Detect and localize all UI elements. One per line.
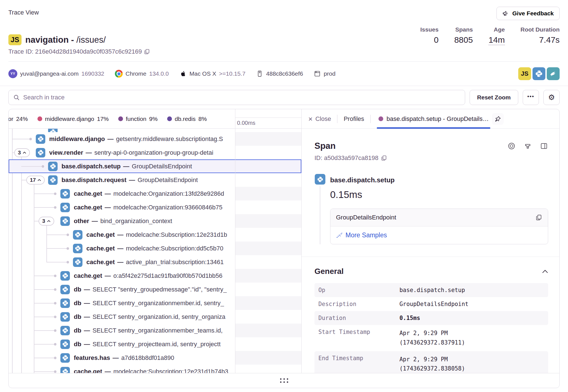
search-icon — [13, 94, 20, 101]
samples-scatter-icon — [336, 232, 343, 239]
span-tree-rows: middleware.django—getsentry.middleware.s… — [9, 129, 301, 373]
trace-toolbar: Reset Zoom ••• ⚙ — [0, 86, 568, 105]
stat-issues: Issues 0 — [420, 26, 439, 45]
collapse-chip[interactable]: 3 — [39, 217, 54, 226]
span-detail-body: Span — [302, 129, 559, 373]
reset-zoom-button[interactable]: Reset Zoom — [470, 90, 518, 105]
tab-span-detail[interactable]: base.dispatch.setup - GroupDetails… — [377, 109, 506, 128]
span-row-features-has[interactable]: features.has—a7d618b8df01a890 — [9, 351, 301, 365]
span-row-cache-get[interactable]: cache.get—o:a5f42e275d1ac91fba90f0b570d1… — [9, 269, 301, 283]
span-detail-panel: × Close Profiles base.dispatch.setup - G… — [301, 109, 559, 373]
span-id: ID: a50d33a597ca8198 — [314, 154, 378, 162]
platform-badges: JS — [518, 67, 560, 80]
span-row-cache-get[interactable]: cache.get—modelcache:Subscription:12e231… — [9, 228, 301, 242]
page-header: Trace View Give Feedback JS navigation -… — [0, 0, 568, 62]
profile-zoom-icon[interactable] — [524, 142, 532, 150]
pin-tab-button[interactable] — [492, 113, 504, 125]
browser-meta: Chrome 134.0.0 — [115, 70, 169, 78]
os-meta: Mac OS X >=10.15.7 — [179, 70, 245, 77]
more-options-button[interactable]: ••• — [523, 90, 539, 105]
device-icon — [256, 70, 263, 77]
span-row-cache-get[interactable]: cache.get—modelcache:Subscription:dd5c5b… — [9, 242, 301, 255]
copy-icon[interactable] — [536, 214, 542, 221]
table-row: Duration 0.15ms — [314, 311, 548, 325]
megaphone-icon — [502, 10, 509, 17]
resize-drag-handle[interactable] — [280, 378, 288, 383]
platform-badge-falcon — [547, 67, 560, 80]
copy-icon[interactable] — [381, 155, 387, 161]
search-input[interactable] — [23, 94, 460, 101]
collapse-chip[interactable]: 3 — [14, 148, 30, 157]
user-id: 1690332 — [81, 70, 104, 77]
give-feedback-button[interactable]: Give Feedback — [496, 7, 560, 20]
active-tab-underline — [377, 127, 491, 129]
legend-item-function: function9% — [118, 116, 158, 122]
legend-item-db-redis: db.redis8% — [167, 116, 207, 122]
table-row — [9, 129, 301, 132]
panel-resize-footer — [9, 373, 559, 388]
span-row-db[interactable]: db—SELECT sentry_organizationmember_team… — [9, 324, 301, 337]
span-row-cache-get[interactable]: cache.get—modelcache:Subscription:12e231… — [9, 365, 301, 373]
search-box[interactable] — [8, 90, 465, 105]
ops-breakdown-legend: or24% middleware.django17% function9% db… — [9, 109, 235, 128]
page-title: navigation - /issues/ — [25, 35, 106, 45]
span-row-cache-get[interactable]: cache.get—active_plan_trial:subscription… — [9, 255, 301, 269]
sample-card: GroupDetailsEndpoint — [330, 209, 548, 244]
avatar: YY — [8, 69, 17, 78]
platform-badge-javascript: JS — [518, 67, 531, 80]
general-section-title: General — [314, 267, 344, 276]
chrome-icon — [115, 70, 123, 78]
collapse-section-icon[interactable] — [542, 270, 548, 273]
trace-meta-row: YY yuval@pangea-ai.com 1690332 Chrome 13… — [0, 62, 568, 86]
user-email: yuval@pangea-ai.com — [20, 70, 79, 77]
breadcrumb: Trace View — [8, 7, 39, 16]
trace-stats: Issues 0 Spans 8805 Age 14m Root Duratio… — [420, 26, 560, 45]
span-row-middleware-django[interactable]: middleware.django—getsentry.middleware.s… — [9, 132, 301, 146]
focus-span-icon[interactable] — [507, 142, 516, 150]
collapse-chip[interactable]: 17 — [26, 176, 45, 185]
python-icon — [60, 312, 70, 322]
split-view-icon[interactable] — [540, 142, 548, 150]
legend-item-middleware-django: middleware.django17% — [37, 116, 109, 122]
python-icon — [48, 129, 58, 132]
stat-age: Age 14m — [489, 26, 505, 45]
device-meta: 488c8c636ef6 — [256, 70, 303, 77]
user-meta: YY yuval@pangea-ai.com 1690332 — [8, 69, 104, 78]
apple-icon — [179, 70, 187, 77]
span-row-cache-get[interactable]: cache.get—modelcache:Organization:13fd28… — [9, 187, 301, 200]
span-section-title: Span — [314, 141, 336, 151]
python-icon — [60, 340, 70, 349]
close-panel-button[interactable]: × Close — [308, 115, 331, 123]
tab-profiles[interactable]: Profiles — [344, 115, 364, 123]
python-icon — [48, 175, 58, 185]
settings-button[interactable]: ⚙ — [543, 90, 560, 105]
trace-waterfall-container: or24% middleware.django17% function9% db… — [8, 109, 560, 388]
stat-root-duration: Root Duration 7.47s — [520, 26, 560, 45]
span-row-view-render[interactable]: 3 view.render—sentry-api-0-organization-… — [9, 146, 301, 159]
python-icon — [60, 326, 70, 335]
span-row-db[interactable]: db—SELECT sentry_organizationmember.id, … — [9, 296, 301, 310]
span-row-db[interactable]: db—SELECT "sentry_groupedmessage"."id", … — [9, 283, 301, 296]
python-icon — [36, 134, 45, 144]
span-row-db[interactable]: db—SELECT sentry_projectteam.id, sentry_… — [9, 337, 301, 351]
span-row-other[interactable]: 3 other—bind_organization_context — [9, 214, 301, 228]
span-duration: 0.15ms — [330, 189, 548, 200]
copy-icon[interactable] — [144, 49, 150, 55]
python-icon — [73, 244, 82, 253]
table-row: Description GroupDetailsEndpoint — [314, 297, 548, 311]
span-row-base-dispatch-request[interactable]: 17 base.dispatch.request—GroupDetailsEnd… — [9, 173, 301, 187]
python-icon — [36, 148, 45, 157]
window-icon — [314, 70, 321, 77]
span-row-db[interactable]: db—SELECT sentry_organization.id, sentry… — [9, 310, 301, 324]
platform-badge-python — [532, 67, 545, 80]
span-tree-pane: or24% middleware.django17% function9% db… — [9, 109, 301, 373]
python-icon — [60, 216, 70, 226]
general-table: Op base.dispatch.setup Description Group… — [314, 283, 548, 373]
python-icon — [60, 367, 70, 373]
span-row-base-dispatch-setup-selected[interactable]: base.dispatch.setup—GroupDetailsEndpoint — [9, 159, 301, 173]
legend-dot — [167, 116, 172, 121]
span-row-cache-get[interactable]: cache.get—modelcache:Organization:936608… — [9, 200, 301, 214]
python-icon — [60, 353, 70, 363]
python-icon — [60, 285, 70, 294]
more-samples-link[interactable]: More Samples — [336, 231, 542, 239]
